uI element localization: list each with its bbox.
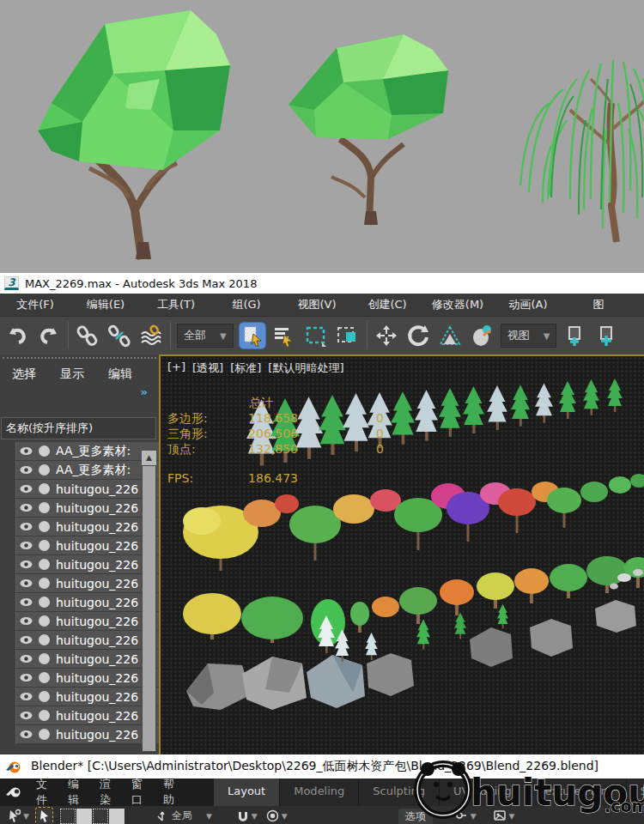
select-mode-extend[interactable] — [76, 809, 92, 823]
object-list-row[interactable]: huitugou_226 — [15, 593, 159, 611]
snap-toggle-icon[interactable] — [562, 323, 588, 348]
bind-to-space-warp-icon[interactable] — [138, 323, 164, 348]
redo-icon[interactable] — [36, 323, 62, 348]
frozen-dot-icon[interactable] — [39, 521, 50, 532]
select-and-rotate-icon[interactable] — [405, 323, 431, 348]
visibility-eye-icon[interactable] — [20, 616, 33, 626]
object-list-row[interactable]: huitugou_226 — [15, 631, 159, 649]
visibility-eye-icon[interactable] — [20, 635, 33, 645]
blender-menu-item[interactable]: 渲染 — [89, 773, 121, 811]
object-list-row[interactable]: huitugou_226 — [15, 725, 159, 743]
object-list-row[interactable]: AA_更多素材: — [15, 461, 159, 479]
reference-coordinate-dropdown[interactable]: 视图 ▼ — [501, 324, 557, 348]
object-list-row[interactable]: huitugou_226 — [15, 555, 159, 573]
select-and-link-icon[interactable] — [75, 323, 100, 348]
object-list-row[interactable]: huitugou_226 — [15, 650, 159, 668]
frozen-dot-icon[interactable] — [39, 597, 50, 608]
visibility-eye-icon[interactable] — [20, 560, 33, 569]
object-list-row[interactable]: huitugou_226 — [15, 669, 159, 687]
angle-snap-toggle-icon[interactable] — [594, 323, 620, 348]
blender-topbar-logo-icon[interactable] — [5, 785, 22, 799]
perspective-viewport[interactable]: [+][透视][标准][默认明暗处理] 总计 多边形: 118,658 0 三角… — [159, 354, 644, 754]
visibility-eye-icon[interactable] — [20, 522, 33, 531]
frozen-dot-icon[interactable] — [39, 578, 50, 589]
frozen-dot-icon[interactable] — [39, 615, 50, 627]
frozen-dot-icon[interactable] — [39, 464, 50, 476]
rectangular-selection-region-icon[interactable] — [303, 323, 329, 348]
frozen-dot-icon[interactable] — [39, 445, 50, 457]
object-list-row[interactable]: huitugou_226 — [15, 706, 159, 724]
explorer-tab[interactable]: 编辑 — [108, 367, 132, 382]
options-button[interactable]: 选项 — [398, 809, 433, 824]
workspace-tab[interactable]: Texture Paint — [526, 779, 627, 806]
max-menu-item[interactable]: 修改器(M) — [422, 297, 493, 312]
visibility-eye-icon[interactable] — [20, 541, 33, 550]
visibility-eye-icon[interactable] — [20, 579, 33, 588]
workspace-tab[interactable]: Sculpting — [359, 779, 440, 806]
frozen-dot-icon[interactable] — [39, 483, 50, 494]
max-menu-item[interactable]: 工具(T) — [141, 297, 211, 312]
select-and-place-icon[interactable] — [469, 323, 495, 348]
visibility-eye-icon[interactable] — [20, 711, 33, 720]
workspace-tab[interactable]: UV Editing — [440, 779, 526, 806]
frozen-dot-icon[interactable] — [39, 672, 50, 683]
workspace-tab[interactable]: Layout — [214, 779, 280, 806]
max-menu-item[interactable]: 图 — [563, 297, 634, 312]
blender-menu-item[interactable]: 帮助 — [153, 773, 185, 811]
object-list-row[interactable]: huitugou_226 — [15, 536, 159, 554]
select-mode-new[interactable] — [60, 809, 76, 823]
overlays-dropdown[interactable]: ▼ — [454, 809, 477, 823]
visibility-eye-icon[interactable] — [20, 692, 33, 701]
explorer-scrollbar[interactable]: ▲ — [142, 451, 156, 752]
viewport-header-segment[interactable]: [+] — [167, 360, 185, 376]
select-mode-intersect[interactable] — [109, 809, 125, 823]
frozen-dot-icon[interactable] — [39, 540, 50, 551]
unlink-selection-icon[interactable] — [106, 323, 132, 348]
shading-dropdown[interactable]: ▼ — [493, 809, 515, 823]
object-list-row[interactable]: huitugou_226 — [15, 480, 159, 498]
max-menu-item[interactable]: 组(G) — [211, 297, 282, 312]
max-menu-item[interactable]: 视图(V) — [282, 297, 352, 312]
object-list-row[interactable]: huitugou_226 — [15, 499, 159, 517]
select-by-name-icon[interactable] — [271, 323, 297, 348]
object-list-row[interactable]: AA_更多素材: — [15, 442, 159, 460]
select-box-tool-button[interactable] — [37, 809, 52, 823]
select-and-scale-icon[interactable] — [437, 323, 463, 348]
blender-menu-item[interactable]: 文件 — [26, 773, 58, 811]
visibility-eye-icon[interactable] — [20, 465, 33, 475]
frozen-dot-icon[interactable] — [39, 634, 50, 645]
frozen-dot-icon[interactable] — [39, 559, 50, 570]
object-list-row[interactable]: huitugou_226 — [15, 688, 159, 706]
viewport-header-segment[interactable]: [默认明暗处理] — [268, 360, 343, 376]
max-menu-item[interactable]: 动画(A) — [493, 297, 563, 312]
visibility-eye-icon[interactable] — [20, 730, 33, 739]
viewport-header-segment[interactable]: [标准] — [230, 360, 261, 376]
scrollbar-thumb[interactable] — [143, 466, 155, 751]
explorer-tab[interactable]: 显示 — [60, 367, 84, 382]
viewport-header-segment[interactable]: [透视] — [192, 360, 223, 376]
frozen-dot-icon[interactable] — [39, 729, 50, 740]
visibility-eye-icon[interactable] — [20, 503, 33, 512]
object-list-row[interactable]: huitugou_226 — [15, 612, 159, 630]
select-object-button[interactable] — [240, 323, 265, 348]
transform-orientation-dropdown[interactable]: 全局 ▼ — [155, 809, 212, 823]
proportional-editing-dropdown[interactable]: ▼ — [265, 809, 288, 823]
panel-expand-chevron[interactable]: » — [0, 382, 159, 398]
window-crossing-toggle-icon[interactable] — [335, 323, 361, 348]
object-list-row[interactable]: huitugou_226 — [15, 518, 159, 536]
select-and-move-icon[interactable] — [374, 323, 399, 348]
workspace-tab[interactable]: Sh — [627, 779, 644, 806]
explorer-tab[interactable]: 选择 — [12, 367, 36, 382]
name-sort-header[interactable]: 名称(按升序排序) — [1, 417, 156, 439]
scroll-up-arrow[interactable]: ▲ — [142, 451, 156, 465]
visibility-eye-icon[interactable] — [20, 654, 33, 663]
visibility-eye-icon[interactable] — [20, 446, 33, 456]
frozen-dot-icon[interactable] — [39, 653, 50, 664]
max-menu-item[interactable]: 编辑(E) — [70, 297, 141, 312]
blender-menu-item[interactable]: 编辑 — [58, 773, 89, 811]
blender-menu-item[interactable]: 窗口 — [121, 773, 153, 811]
frozen-dot-icon[interactable] — [39, 502, 50, 513]
max-menu-item[interactable]: 文件(F) — [0, 297, 70, 312]
selection-filter-dropdown[interactable]: 全部 ▼ — [177, 324, 234, 348]
max-menu-item[interactable]: 创建(C) — [352, 297, 422, 312]
